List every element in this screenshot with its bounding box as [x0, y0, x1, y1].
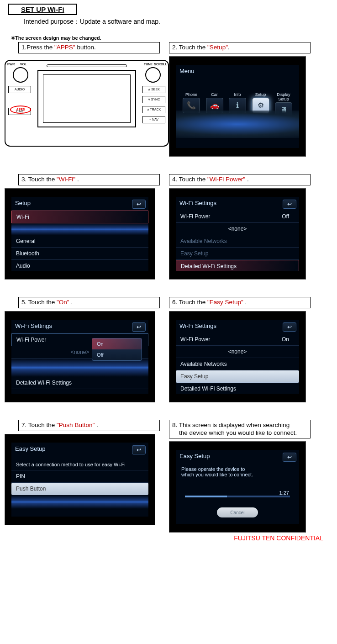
- wifi-available-row[interactable]: Available Networks: [176, 358, 299, 370]
- step-1: 1.Press the "APPS" button. PWR VOL TUNE …: [0, 42, 169, 157]
- step-8-caption: 8. This screen is displayed when searchi…: [169, 420, 311, 439]
- screenshot-wifi-power-popup: Wi-Fi Settings ↩ Wi-Fi Power <none> Deta…: [5, 311, 155, 402]
- step-8: 8. This screen is displayed when searchi…: [169, 420, 337, 533]
- wifi-easy-row[interactable]: Easy Setup: [176, 370, 299, 383]
- step-5: 5. Touch the "On" . Wi-Fi Settings ↩ Wi-…: [0, 297, 169, 402]
- wifi-easy-row: Easy Setup: [176, 248, 299, 260]
- easy-push-row[interactable]: Push Button: [11, 483, 148, 495]
- screenshot-easy-setup-searching: Easy Setup ↩ Please operate the device t…: [169, 441, 306, 533]
- power-popup: On Off: [92, 338, 142, 361]
- easy-prompt: Select a connection method to use for ea…: [11, 459, 148, 470]
- easy-pin-row[interactable]: PIN: [11, 470, 148, 483]
- screenshot-menu: Menu Phone📞 Car🚗 Infoℹ Setup⚙ Display Se…: [169, 56, 306, 157]
- setup-bluetooth-row[interactable]: Bluetooth: [11, 248, 148, 260]
- wifi-detailed-row[interactable]: Detailed Wi-Fi Settings: [176, 383, 299, 394]
- wifi-available-row: Available Networks: [176, 235, 299, 248]
- step-4-caption: 4. Touch the "Wi-Fi Power" .: [169, 174, 311, 185]
- back-button[interactable]: ↩: [132, 322, 146, 332]
- design-change-note: ※The screen design may be changed.: [11, 35, 337, 41]
- screenshot-easy-setup-method: Easy Setup ↩ Select a connection method …: [5, 434, 155, 525]
- step-6-caption: 6. Touch the "Easy Setup" .: [169, 297, 311, 308]
- back-button[interactable]: ↩: [283, 200, 296, 209]
- wifi-detailed-row[interactable]: Detailed Wi-Fi Settings: [176, 260, 299, 271]
- screenshot-setup: Setup ↩ Wi-Fi General Bluetooth Audio: [5, 188, 155, 280]
- setup-general-row[interactable]: General: [11, 235, 148, 248]
- screenshot-wifi-settings-off: Wi-Fi Settings ↩ Wi-Fi PowerOff <none> A…: [169, 188, 306, 280]
- wifi-none-row: <none>: [176, 223, 299, 235]
- back-button[interactable]: ↩: [132, 200, 146, 209]
- search-msg-1: Please operate the device to: [181, 466, 294, 472]
- step-7: 7. Touch the "Push Button" . Easy Setup …: [0, 420, 169, 533]
- hw-audio-btn: AUDIO: [8, 86, 31, 93]
- step-3: 3. Touch the "Wi-Fi" . Setup ↩ Wi-Fi Gen…: [0, 174, 169, 280]
- step-3-caption: 3. Touch the "Wi-Fi" .: [18, 174, 160, 185]
- step-6: 6. Touch the "Easy Setup" . Wi-Fi Settin…: [169, 297, 337, 402]
- step-5-caption: 5. Touch the "On" .: [18, 297, 160, 308]
- cancel-button[interactable]: Cancel: [217, 507, 258, 517]
- popup-on[interactable]: On: [92, 338, 142, 349]
- screenshot-wifi-settings-on: Wi-Fi Settings ↩ Wi-Fi PowerOn <none> Av…: [169, 311, 306, 402]
- step-1-caption: 1.Press the "APPS" button.: [18, 42, 160, 53]
- wifi-detailed-row[interactable]: Detailed Wi-Fi Settings: [11, 377, 148, 389]
- setup-audio-row[interactable]: Audio: [11, 260, 148, 271]
- intended-purpose: Intended purpose：Update a software and m…: [24, 18, 337, 26]
- step-2: 2. Touch the "Setup". Menu Phone📞 Car🚗 I…: [169, 42, 337, 157]
- step-4: 4. Touch the "Wi-Fi Power" . Wi-Fi Setti…: [169, 174, 337, 280]
- apps-button-highlight[interactable]: APPS: [10, 106, 31, 114]
- wifi-power-row[interactable]: Wi-Fi PowerOff: [176, 211, 299, 223]
- search-msg-2: which you would like to connect.: [181, 472, 294, 477]
- confidential-footer: FUJITSU TEN CONFIDENTIAL: [0, 534, 337, 542]
- hardware-drawing: PWR VOL TUNE SCROLL AUDIO CAR APPS ∧ SEE…: [5, 60, 169, 147]
- page-title: SET UP Wi-Fi: [21, 5, 64, 13]
- back-button[interactable]: ↩: [132, 445, 146, 454]
- timer: 1:27: [279, 490, 289, 496]
- popup-off[interactable]: Off: [92, 349, 142, 360]
- back-button[interactable]: ↩: [283, 322, 296, 332]
- setup-wifi-row[interactable]: Wi-Fi: [11, 211, 148, 223]
- step-7-caption: 7. Touch the "Push Button" .: [18, 420, 160, 431]
- step-2-caption: 2. Touch the "Setup".: [169, 42, 311, 53]
- back-button[interactable]: ↩: [283, 453, 296, 462]
- wifi-power-row[interactable]: Wi-Fi PowerOn: [176, 333, 299, 346]
- title-box: SET UP Wi-Fi: [8, 4, 77, 15]
